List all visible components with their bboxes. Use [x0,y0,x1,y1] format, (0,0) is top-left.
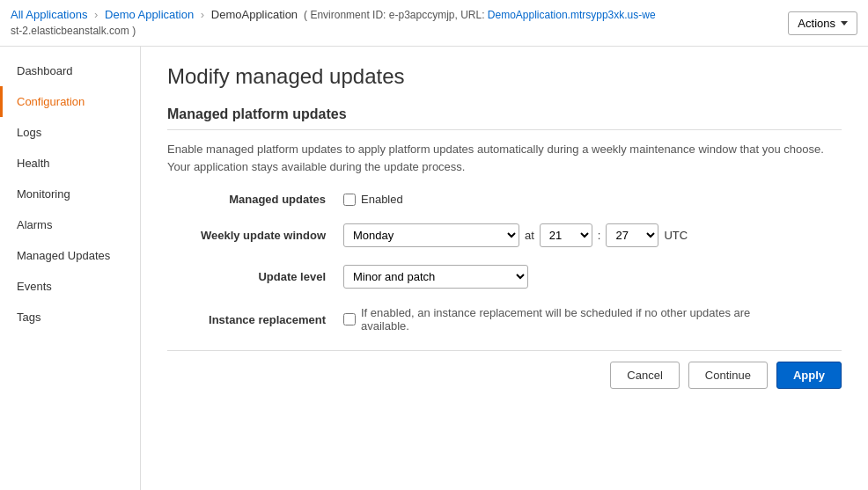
weekly-window-row: Weekly update window Monday Tuesday Wedn… [167,223,842,247]
sidebar-item-monitoring[interactable]: Monitoring [0,179,140,209]
apply-button[interactable]: Apply [776,362,842,389]
enabled-label: Enabled [361,193,403,206]
footer-divider [167,350,842,351]
env-name: DemoApplication [211,8,298,21]
managed-updates-label: Managed updates [167,193,343,206]
page-title: Modify managed updates [167,64,842,89]
sidebar-item-configuration[interactable]: Configuration [0,86,140,117]
colon-label: : [598,229,601,242]
update-level-row: Update level Minor and patch Patch only [167,265,842,289]
update-level-select[interactable]: Minor and patch Patch only [343,265,528,289]
enabled-checkbox[interactable] [343,194,356,206]
env-id-label: Environment ID: [310,9,386,21]
update-level-control: Minor and patch Patch only [343,265,528,289]
utc-label: UTC [664,229,688,242]
demo-application-link[interactable]: Demo Application [105,8,194,21]
section-divider [167,129,842,130]
main-content: Modify managed updates Managed platform … [141,47,868,490]
managed-updates-control: Enabled [343,193,403,206]
instance-replacement-label: Instance replacement [167,313,343,326]
minute-select[interactable]: 27 [606,223,658,247]
instance-replacement-checkbox[interactable] [343,313,356,325]
breadcrumb-sep-2: › [201,8,204,21]
at-label: at [525,229,534,242]
day-select[interactable]: Monday Tuesday Wednesday Thursday Friday… [343,223,519,247]
hour-select[interactable]: 21 [540,223,592,247]
weekly-window-label: Weekly update window [167,229,343,242]
env-info: ( Environment ID: e-p3apccymjp, URL: Dem… [301,9,656,21]
env-url-suffix: st-2.elasticbeanstalk.com [11,25,129,37]
section-description: Enable managed platform updates to apply… [167,141,842,175]
update-level-label: Update level [167,270,343,283]
managed-updates-row: Managed updates Enabled [167,193,842,206]
footer-buttons: Cancel Continue Apply [167,362,842,398]
cancel-button[interactable]: Cancel [610,362,679,389]
sidebar-item-alarms[interactable]: Alarms [0,209,140,240]
env-id-value: e-p3apccymjp [389,9,455,21]
sidebar-item-health[interactable]: Health [0,148,140,179]
actions-button[interactable]: Actions [788,11,857,35]
all-applications-link[interactable]: All Applications [11,8,87,21]
instance-replacement-desc: If enabled, an instance replacement will… [361,306,801,333]
breadcrumb-sep-1: › [94,8,98,21]
env-url-close: ) [132,25,136,37]
actions-caret-icon [841,21,848,26]
layout: Dashboard Configuration Logs Health Moni… [0,47,868,490]
continue-button[interactable]: Continue [688,362,768,389]
actions-label: Actions [798,17,835,30]
sidebar: Dashboard Configuration Logs Health Moni… [0,47,141,490]
env-url: DemoApplication.mtrsypp3xk.us-we [488,9,656,21]
sidebar-item-dashboard[interactable]: Dashboard [0,55,140,86]
breadcrumb: All Applications › Demo Application › De… [11,7,788,39]
sidebar-item-managed-updates[interactable]: Managed Updates [0,240,140,271]
url-label: URL: [460,9,484,21]
sidebar-item-logs[interactable]: Logs [0,117,140,148]
instance-replacement-row: Instance replacement If enabled, an inst… [167,306,842,333]
section-title: Managed platform updates [167,106,842,122]
enabled-checkbox-label[interactable]: Enabled [343,193,403,206]
weekly-window-control: Monday Tuesday Wednesday Thursday Friday… [343,223,688,247]
page-header: All Applications › Demo Application › De… [0,0,868,47]
instance-replacement-control: If enabled, an instance replacement will… [343,306,801,333]
sidebar-item-events[interactable]: Events [0,271,140,302]
sidebar-item-tags[interactable]: Tags [0,302,140,333]
